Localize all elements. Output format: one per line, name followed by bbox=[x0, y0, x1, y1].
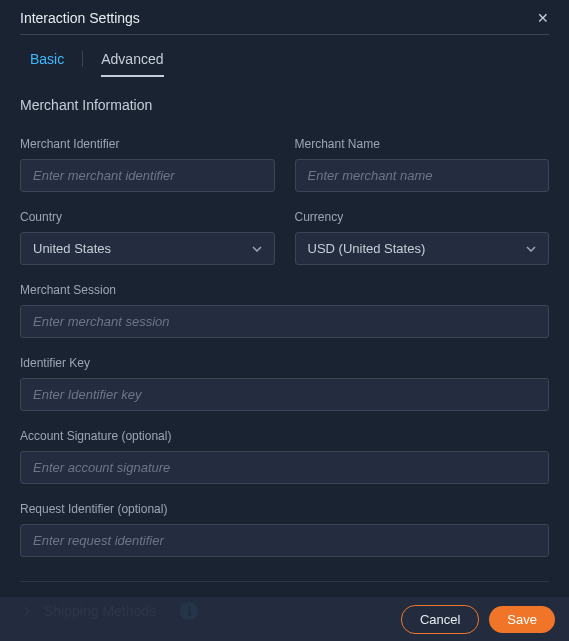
section-merchant-info: Merchant Information bbox=[20, 97, 549, 113]
tab-basic-label: Basic bbox=[30, 51, 64, 67]
chevron-down-icon bbox=[252, 244, 262, 254]
account-signature-input[interactable] bbox=[20, 451, 549, 484]
merchant-session-input[interactable] bbox=[20, 305, 549, 338]
merchant-session-label: Merchant Session bbox=[20, 283, 549, 297]
section-divider bbox=[20, 581, 549, 582]
tab-basic[interactable]: Basic bbox=[20, 45, 74, 77]
footer: Cancel Save bbox=[0, 597, 569, 641]
request-identifier-label: Request Identifier (optional) bbox=[20, 502, 549, 516]
tab-advanced-label: Advanced bbox=[101, 51, 163, 67]
merchant-name-label: Merchant Name bbox=[295, 137, 550, 151]
tab-separator bbox=[82, 51, 83, 67]
merchant-identifier-input[interactable] bbox=[20, 159, 275, 192]
identifier-key-label: Identifier Key bbox=[20, 356, 549, 370]
country-select[interactable]: United States bbox=[20, 232, 275, 265]
currency-label: Currency bbox=[295, 210, 550, 224]
identifier-key-input[interactable] bbox=[20, 378, 549, 411]
country-value: United States bbox=[33, 241, 111, 256]
close-icon[interactable]: ✕ bbox=[537, 11, 549, 25]
chevron-down-icon bbox=[526, 244, 536, 254]
account-signature-label: Account Signature (optional) bbox=[20, 429, 549, 443]
tab-advanced[interactable]: Advanced bbox=[91, 45, 173, 77]
currency-value: USD (United States) bbox=[308, 241, 426, 256]
save-button[interactable]: Save bbox=[489, 606, 555, 633]
request-identifier-input[interactable] bbox=[20, 524, 549, 557]
modal-title: Interaction Settings bbox=[20, 10, 140, 26]
cancel-button[interactable]: Cancel bbox=[401, 605, 479, 634]
merchant-identifier-label: Merchant Identifier bbox=[20, 137, 275, 151]
tab-underline bbox=[101, 75, 163, 77]
country-label: Country bbox=[20, 210, 275, 224]
currency-select[interactable]: USD (United States) bbox=[295, 232, 550, 265]
merchant-name-input[interactable] bbox=[295, 159, 550, 192]
